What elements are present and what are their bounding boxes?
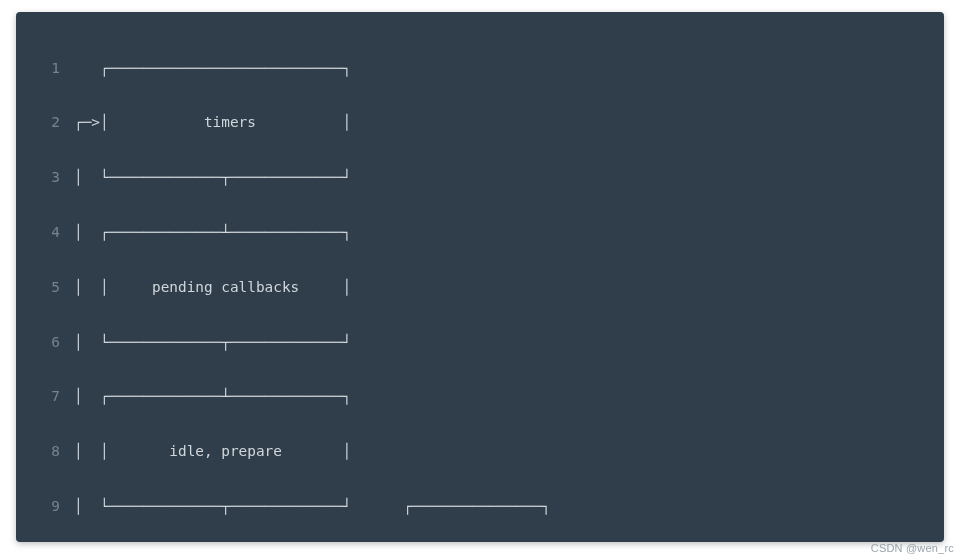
code-line: 7│ ┌─────────────┴─────────────┐ [16, 384, 551, 410]
line-text: ┌─>│ timers │ [74, 115, 351, 129]
code-panel: 1 ┌───────────────────────────┐ 2┌─>│ ti… [16, 12, 944, 542]
line-text: │ ┌─────────────┴─────────────┐ [74, 389, 351, 403]
line-number: 5 [16, 280, 74, 294]
code-line: 3│ └─────────────┬─────────────┘ [16, 164, 551, 190]
line-text: │ │ pending callbacks │ [74, 280, 351, 294]
line-number: 8 [16, 444, 74, 458]
code-line: 2┌─>│ timers │ [16, 110, 551, 136]
code-line: 6│ └─────────────┬─────────────┘ [16, 329, 551, 355]
line-number: 6 [16, 335, 74, 349]
line-text: ┌───────────────────────────┐ [74, 61, 351, 75]
line-number: 4 [16, 225, 74, 239]
line-text: │ ┌─────────────┴─────────────┐ [74, 225, 351, 239]
line-number: 3 [16, 170, 74, 184]
line-text: │ └─────────────┬─────────────┘ [74, 335, 351, 349]
event-loop-diagram: 1 ┌───────────────────────────┐ 2┌─>│ ti… [16, 26, 551, 542]
code-line: 4│ ┌─────────────┴─────────────┐ [16, 219, 551, 245]
code-line: 5│ │ pending callbacks │ [16, 274, 551, 300]
line-number: 9 [16, 499, 74, 513]
line-text: │ └─────────────┬─────────────┘ [74, 170, 351, 184]
line-text: │ └─────────────┬─────────────┘ ┌───────… [74, 499, 551, 513]
line-number: 1 [16, 61, 74, 75]
line-text: │ │ idle, prepare │ [74, 444, 351, 458]
code-line: 9│ └─────────────┬─────────────┘ ┌──────… [16, 493, 551, 519]
line-number: 2 [16, 115, 74, 129]
line-number: 7 [16, 389, 74, 403]
code-line: 1 ┌───────────────────────────┐ [16, 55, 551, 81]
watermark-text: CSDN @wen_rc [871, 542, 954, 554]
code-line: 8│ │ idle, prepare │ [16, 439, 551, 465]
